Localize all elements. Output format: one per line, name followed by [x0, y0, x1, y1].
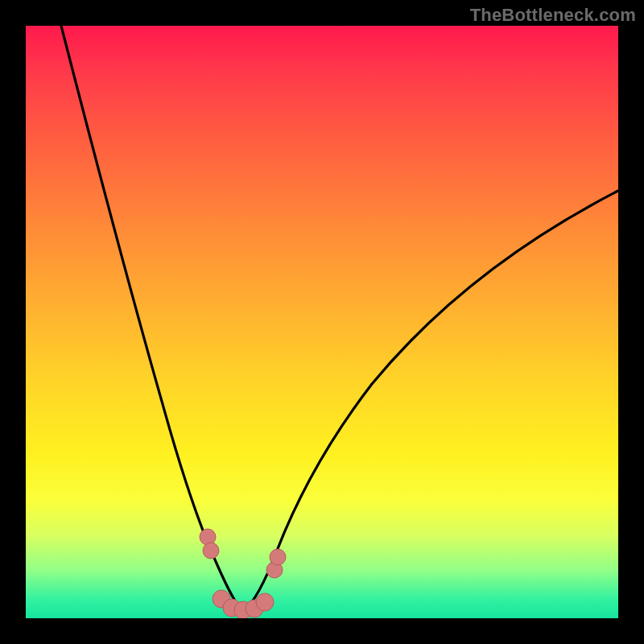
chart-plot-area: [26, 26, 618, 618]
bottleneck-curve: [26, 26, 618, 618]
marker-dot: [270, 549, 286, 565]
marker-dot: [203, 543, 219, 559]
curve-right-branch: [243, 191, 618, 612]
chart-frame: TheBottleneck.com: [0, 0, 644, 644]
sample-markers: [200, 529, 286, 618]
curve-left-branch: [61, 26, 243, 612]
watermark-text: TheBottleneck.com: [470, 5, 636, 26]
marker-dot: [256, 593, 274, 611]
